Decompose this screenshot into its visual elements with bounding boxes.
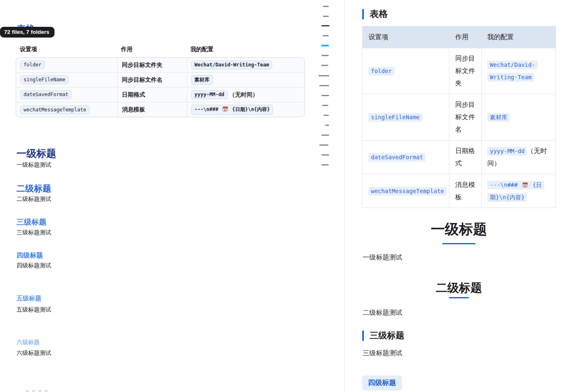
template-pre: ---\n### (195, 106, 221, 112)
editor-heading-h1: 一级标题 (17, 147, 56, 160)
heading-body: 二级标题测试 (17, 196, 51, 203)
purpose-text: 日期格式 (449, 141, 482, 174)
purpose-text: 消息模板 (449, 174, 482, 208)
files-tooltip: 72 files, 7 folders (0, 27, 55, 38)
minimap-dash (321, 164, 329, 165)
code-chip: folder (368, 67, 394, 76)
preview-h1: 一级标题 (362, 220, 556, 239)
table-row: dateSavedFormat 日期格式 yyyy-MM-dd（无时间） (16, 87, 304, 102)
template-pre: ---\n### (490, 182, 521, 188)
h2-underline (449, 297, 469, 298)
code-chip: ---\n### {日期}\n{内容} (487, 181, 544, 202)
minimap-dash (323, 16, 329, 17)
code-chip: wechatMessageTemplate (368, 187, 446, 196)
editor-heading-h4: 四级标题 (17, 251, 43, 260)
table-row: wechatMessageTemplate 消息模板 ---\n### {日期}… (16, 102, 304, 117)
preview-paragraph: 二级标题测试 (363, 309, 402, 317)
h1-underline (442, 243, 475, 244)
minimap-dash (321, 95, 329, 96)
pane-divider (344, 0, 344, 392)
column-header: 设置项 (20, 46, 37, 53)
purpose-text: 同步目标文件名 (449, 94, 482, 141)
calendar-icon (223, 106, 228, 111)
code-chip: singleFileName (368, 113, 422, 122)
minimap-dash (321, 25, 330, 26)
value-suffix: （无时间） (229, 91, 258, 99)
preview-paragraph: 一级标题测试 (363, 253, 402, 262)
minimap-dash (323, 6, 329, 7)
purpose-text: 同步目标文件名 (117, 73, 187, 87)
heading-accent-bar (362, 331, 364, 341)
code-chip: dateSavedFormat (20, 90, 71, 99)
preview-section-heading: 表格 (362, 8, 388, 20)
code-chip: Wechat/David-Writing-Team (487, 61, 538, 82)
editor-heading-h3: 三级标题 (17, 217, 46, 227)
heading-body: 三级标题测试 (17, 229, 51, 236)
column-header: 我的配置 (190, 46, 214, 53)
table-header-cell: 作用 (449, 26, 482, 48)
minimap[interactable] (316, 0, 332, 170)
purpose-text: 日期格式 (117, 87, 187, 102)
editor-pane[interactable]: 表格 设置项 作用 我的配置 folder 同步目标文件夹 Wechat/Dav… (0, 0, 344, 392)
minimap-dash (321, 55, 329, 56)
preview-table: 设置项 作用 我的配置 folder 同步目标文件夹 Wechat/David-… (362, 26, 556, 208)
table-header-row: 设置项 作用 我的配置 (363, 26, 556, 48)
minimap-dash (323, 35, 329, 36)
heading-body: 四级标题测试 (17, 262, 51, 269)
code-chip: dateSavedFormat (368, 153, 425, 162)
editor-table: folder 同步目标文件夹 Wechat/David-Writing-Team… (16, 57, 305, 117)
editor-heading-h2: 二级标题 (17, 183, 51, 194)
minimap-dash (321, 45, 329, 46)
column-header: 作用 (121, 46, 133, 53)
heading-body: 一级标题测试 (17, 161, 51, 169)
minimap-dash (321, 154, 329, 156)
heading-body: 五级标题测试 (17, 306, 51, 314)
code-chip: folder (20, 61, 45, 69)
table-row: wechatMessageTemplate 消息模板 ---\n### {日期}… (363, 174, 556, 208)
code-chip: Wechat/David-Writing-Team (191, 61, 273, 69)
table-row: folder 同步目标文件夹 Wechat/David-Writing-Team (16, 58, 304, 73)
preview-h4-badge: 四级标题 (362, 375, 402, 390)
table-row: folder 同步目标文件夹 Wechat/David-Writing-Team (363, 48, 556, 94)
code-chip: yyyy-MM-dd (487, 147, 527, 156)
code-chip: wechatMessageTemplate (20, 106, 90, 114)
table-header-cell: 设置项 (363, 26, 449, 48)
minimap-dash (319, 144, 328, 146)
preview-h2: 二级标题 (362, 280, 556, 296)
purpose-text: 消息模板 (117, 102, 187, 117)
preview-paragraph: 三级标题测试 (363, 349, 402, 358)
table-row: singleFileName 同步目标文件名 素材库 (16, 73, 304, 87)
code-chip: 素材库 (191, 75, 213, 85)
template-post: {日期}\n{内容} (229, 106, 270, 112)
code-chip: 素材库 (487, 113, 510, 122)
minimap-dash (321, 135, 329, 136)
purpose-text: 同步目标文件夹 (117, 58, 187, 72)
heading-body: 六级标题测试 (17, 349, 51, 357)
minimap-dash (323, 115, 329, 116)
purpose-text: 同步目标文件夹 (449, 48, 482, 94)
code-chip: ---\n### {日期}\n{内容} (191, 105, 273, 115)
minimap-dash (325, 125, 329, 126)
preview-pane[interactable]: 表格 设置项 作用 我的配置 folder 同步目标文件夹 Wechat/Dav… (362, 0, 556, 392)
minimap-dash (318, 75, 329, 76)
table-row: dateSavedFormat 日期格式 yyyy-MM-dd（无时间） (363, 141, 556, 174)
editor-heading-h6: 六级标题 (17, 339, 40, 346)
calendar-icon (522, 182, 528, 187)
minimap-dash (322, 105, 328, 106)
table-row: singleFileName 同步目标文件名 素材库 (363, 94, 556, 141)
clipped-text-fragment (26, 390, 47, 392)
table-header-cell: 我的配置 (482, 26, 556, 48)
minimap-dash (321, 65, 328, 66)
code-chip: yyyy-MM-dd (191, 90, 228, 99)
editor-heading-h5: 五级标题 (17, 295, 41, 302)
minimap-dash (319, 85, 329, 86)
heading-accent-bar (362, 9, 364, 19)
preview-h3: 三级标题 (362, 330, 404, 341)
code-chip: singleFileName (20, 76, 69, 84)
